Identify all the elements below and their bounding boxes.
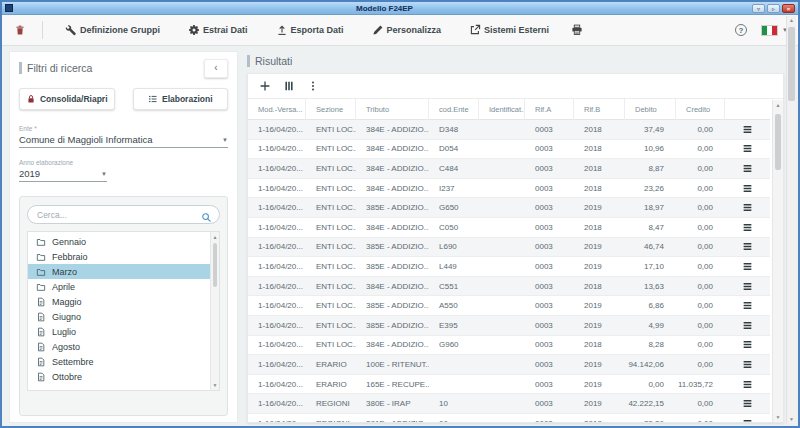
- cell: 384E - ADDIZIO...: [356, 164, 429, 173]
- toolbar-esporta-dati[interactable]: Esporta Dati: [264, 20, 356, 40]
- scroll-up-icon[interactable]: ▲: [773, 100, 783, 110]
- column-header[interactable]: Debito: [625, 99, 676, 120]
- row-menu-button[interactable]: [725, 124, 770, 135]
- column-header[interactable]: Rif.A: [525, 99, 574, 120]
- table-row[interactable]: 1-16/04/20...REGIONI381E - ADDIZIO...060…: [248, 414, 770, 423]
- document-icon: [36, 342, 46, 352]
- table-row[interactable]: 1-16/04/20...ENTI LOC...385E - ADDIZIO..…: [248, 238, 770, 258]
- toolbar-definizione-gruppi[interactable]: Definizione Gruppi: [53, 20, 172, 40]
- scrollbar-thumb[interactable]: [788, 27, 795, 101]
- toolbar-estrai-dati[interactable]: Estrai Dati: [176, 20, 260, 40]
- month-item-febbraio[interactable]: Febbraio: [28, 249, 219, 264]
- row-menu-button[interactable]: [725, 163, 770, 174]
- table-row[interactable]: 1-16/04/20...ERARIO165E - RECUPE...00032…: [248, 375, 770, 395]
- delete-button[interactable]: [8, 21, 32, 39]
- collapse-panel-button[interactable]: ‹: [204, 59, 228, 78]
- hamburger-icon: [742, 202, 753, 213]
- row-menu-button[interactable]: [725, 379, 770, 390]
- column-header[interactable]: Identificat...: [479, 99, 525, 120]
- month-item-luglio[interactable]: Luglio: [28, 324, 219, 339]
- cell: ENTI LOC...: [306, 340, 356, 349]
- cell: 384E - ADDIZIO...: [356, 340, 429, 349]
- consolida-riapri-button[interactable]: Consolida/Riapri: [19, 88, 115, 110]
- table-row[interactable]: 1-16/04/20...ENTI LOC...384E - ADDIZIO..…: [248, 140, 770, 160]
- row-menu-button[interactable]: [725, 241, 770, 252]
- scroll-up-icon[interactable]: ▲: [211, 232, 219, 242]
- ente-select[interactable]: Comune di Maggioli Informatica ▼: [19, 134, 228, 148]
- month-item-gennaio[interactable]: Gennaio: [28, 234, 219, 249]
- column-header[interactable]: Sezione: [306, 99, 356, 120]
- table-row[interactable]: 1-16/04/20...ENTI LOC...384E - ADDIZIO..…: [248, 277, 770, 297]
- cell: 1-16/04/20...: [248, 125, 306, 134]
- anno-select[interactable]: 2019 ▼: [19, 168, 107, 182]
- table-row[interactable]: 1-16/04/20...ENTI LOC...385E - ADDIZIO..…: [248, 257, 770, 277]
- window-scrollbar[interactable]: ▲ ▼: [786, 16, 796, 424]
- column-header[interactable]: Rif.B: [574, 99, 625, 120]
- month-item-settembre[interactable]: Settembre: [28, 354, 219, 369]
- table-row[interactable]: 1-16/04/20...ENTI LOC...384E - ADDIZIO..…: [248, 336, 770, 356]
- row-menu-button[interactable]: [725, 320, 770, 331]
- month-label: Luglio: [52, 327, 76, 337]
- anno-field: Anno elaborazione 2019 ▼: [19, 159, 228, 182]
- cell: 1-16/04/20...: [248, 419, 306, 423]
- columns-icon[interactable]: [282, 79, 296, 93]
- table-row[interactable]: 1-16/04/20...ENTI LOC...385E - ADDIZIO..…: [248, 198, 770, 218]
- row-menu-button[interactable]: [725, 398, 770, 409]
- scroll-up-icon[interactable]: ▲: [787, 16, 796, 25]
- table-row[interactable]: 1-16/04/20...ENTI LOC...385E - ADDIZIO..…: [248, 296, 770, 316]
- add-button[interactable]: [258, 79, 272, 93]
- toolbar-sistemi-esterni[interactable]: Sistemi Esterni: [457, 20, 561, 40]
- scrollbar-thumb[interactable]: [775, 114, 781, 170]
- row-menu-button[interactable]: [725, 202, 770, 213]
- table-row[interactable]: 1-16/04/20...ENTI LOC...384E - ADDIZIO..…: [248, 120, 770, 140]
- scroll-down-icon[interactable]: ▼: [787, 415, 796, 424]
- scroll-down-icon[interactable]: ▼: [773, 412, 783, 422]
- cell: 0003: [525, 282, 574, 291]
- row-menu-button[interactable]: [725, 418, 770, 423]
- table-row[interactable]: 1-16/04/20...ENTI LOC...384E - ADDIZIO..…: [248, 159, 770, 179]
- maximize-button[interactable]: ▹: [767, 4, 780, 13]
- row-menu-button[interactable]: [725, 261, 770, 272]
- close-button[interactable]: ×: [782, 4, 795, 13]
- cell: L449: [429, 262, 479, 271]
- column-header[interactable]: Credito: [676, 99, 725, 120]
- table-scrollbar[interactable]: ▲ ▼: [772, 100, 783, 422]
- row-menu-button[interactable]: [725, 339, 770, 350]
- scrollbar-thumb[interactable]: [213, 243, 217, 287]
- month-item-agosto[interactable]: Agosto: [28, 339, 219, 354]
- help-icon[interactable]: ?: [735, 24, 747, 36]
- row-menu-button[interactable]: [725, 300, 770, 311]
- table-row[interactable]: 1-16/04/20...ENTI LOC...385E - ADDIZIO..…: [248, 316, 770, 336]
- column-header[interactable]: Tributo: [356, 99, 429, 120]
- row-menu-button[interactable]: [725, 359, 770, 370]
- row-menu-button[interactable]: [725, 222, 770, 233]
- column-header[interactable]: Mod.-Versa...: [248, 99, 306, 120]
- main-toolbar: Definizione GruppiEstrai DatiEsporta Dat…: [2, 15, 798, 46]
- month-list-scrollbar[interactable]: ▲ ▼: [210, 232, 219, 390]
- cell: 1-16/04/20...: [248, 242, 306, 251]
- elaborazioni-button[interactable]: Elaborazioni: [133, 88, 229, 110]
- print-button[interactable]: [565, 21, 589, 39]
- more-options-icon[interactable]: [306, 79, 320, 93]
- window-titlebar[interactable]: Modello F24EP ▿ ▹ ×: [2, 2, 798, 15]
- table-row[interactable]: 1-16/04/20...ENTI LOC...384E - ADDIZIO..…: [248, 218, 770, 238]
- row-menu-button[interactable]: [725, 183, 770, 194]
- row-menu-button[interactable]: [725, 281, 770, 292]
- table-row[interactable]: 1-16/04/20...ERARIO100E - RITENUT...0003…: [248, 355, 770, 375]
- minimize-button[interactable]: ▿: [752, 4, 765, 13]
- hamburger-icon: [742, 222, 753, 233]
- column-header[interactable]: cod.Ente: [429, 99, 479, 120]
- scroll-down-icon[interactable]: ▼: [211, 380, 219, 390]
- month-item-giugno[interactable]: Giugno: [28, 309, 219, 324]
- table-row[interactable]: 1-16/04/20...ENTI LOC...384E - ADDIZIO..…: [248, 179, 770, 199]
- language-selector[interactable]: ▼: [761, 25, 788, 36]
- table-row[interactable]: 1-16/04/20...REGIONI380E - IRAP100003201…: [248, 394, 770, 414]
- toolbar-personalizza[interactable]: Personalizza: [360, 20, 454, 40]
- month-item-aprile[interactable]: Aprile: [28, 279, 219, 294]
- search-input[interactable]: [35, 209, 201, 221]
- month-item-ottobre[interactable]: Ottobre: [28, 369, 219, 384]
- month-item-marzo[interactable]: Marzo: [28, 264, 219, 279]
- month-item-maggio[interactable]: Maggio: [28, 294, 219, 309]
- row-menu-button[interactable]: [725, 143, 770, 154]
- toolbar-label: Estrai Dati: [203, 25, 248, 35]
